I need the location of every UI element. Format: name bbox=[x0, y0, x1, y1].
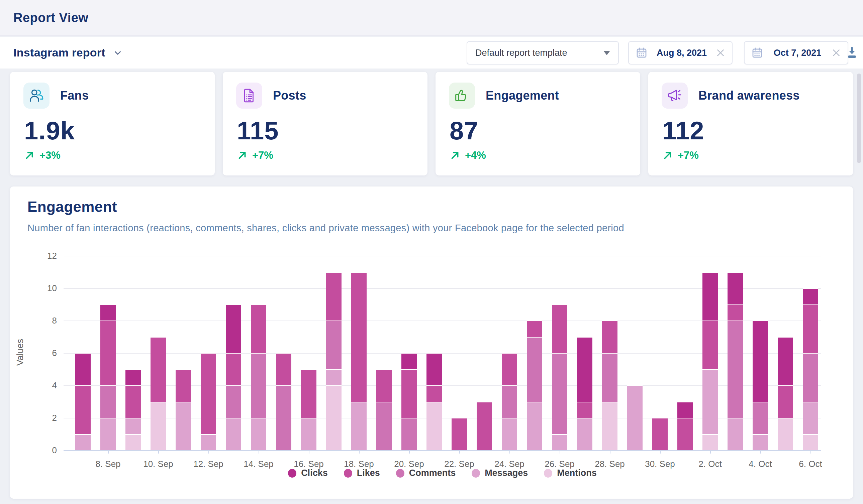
page-title: Report View bbox=[13, 11, 88, 25]
bar-segment-likes[interactable] bbox=[276, 353, 291, 385]
bar-segment-mentions[interactable] bbox=[326, 385, 341, 450]
bar-segment-comments[interactable] bbox=[502, 385, 517, 418]
bar-segment-messages[interactable] bbox=[326, 369, 341, 386]
bar-segment-clicks[interactable] bbox=[577, 337, 592, 402]
bar-segment-likes[interactable] bbox=[125, 385, 141, 418]
bar-segment-likes[interactable] bbox=[376, 369, 392, 402]
bar-segment-comments[interactable] bbox=[100, 385, 116, 418]
bar-segment-clicks[interactable] bbox=[677, 402, 693, 418]
bar-segment-likes[interactable] bbox=[401, 369, 417, 418]
bar-segment-likes[interactable] bbox=[677, 418, 693, 450]
stat-label: Fans bbox=[60, 89, 89, 103]
close-icon[interactable] bbox=[831, 48, 841, 57]
bar-segment-likes[interactable] bbox=[426, 385, 442, 402]
bar-segment-comments[interactable] bbox=[326, 321, 341, 369]
bar-segment-messages[interactable] bbox=[301, 418, 316, 450]
bar-segment-likes[interactable] bbox=[452, 418, 467, 450]
bar-segment-messages[interactable] bbox=[201, 434, 216, 451]
bar-segment-likes[interactable] bbox=[652, 418, 668, 450]
bar-segment-likes[interactable] bbox=[151, 337, 166, 402]
bar-segment-comments[interactable] bbox=[727, 321, 743, 418]
scrollbar-thumb[interactable] bbox=[857, 74, 861, 163]
bar-segment-clicks[interactable] bbox=[401, 353, 417, 369]
bar-segment-comments[interactable] bbox=[527, 337, 542, 402]
bar-segment-mentions[interactable] bbox=[426, 402, 442, 451]
bar-segment-likes[interactable] bbox=[803, 305, 818, 353]
bar-segment-comments[interactable] bbox=[226, 385, 241, 418]
bar-segment-messages[interactable] bbox=[75, 434, 91, 451]
bar-segment-messages[interactable] bbox=[577, 418, 592, 450]
report-name-dropdown[interactable]: Instagram report bbox=[13, 37, 123, 68]
bar-segment-clicks[interactable] bbox=[753, 321, 768, 402]
bar-segment-comments[interactable] bbox=[276, 385, 291, 450]
bar-segment-likes[interactable] bbox=[702, 321, 718, 369]
bar-segment-messages[interactable] bbox=[100, 418, 116, 450]
bar-segment-mentions[interactable] bbox=[151, 402, 166, 451]
bar-segment-messages[interactable] bbox=[251, 418, 266, 450]
bar-segment-messages[interactable] bbox=[125, 418, 141, 434]
bar-segment-likes[interactable] bbox=[477, 402, 492, 451]
bar-segment-mentions[interactable] bbox=[602, 402, 617, 451]
bar-segment-messages[interactable] bbox=[753, 434, 768, 451]
legend-item-comments[interactable]: Comments bbox=[396, 468, 456, 478]
bar-segment-likes[interactable] bbox=[326, 272, 341, 321]
bar-segment-clicks[interactable] bbox=[778, 337, 793, 386]
bar-segment-clicks[interactable] bbox=[125, 369, 141, 386]
bar-segment-comments[interactable] bbox=[251, 353, 266, 418]
bar-segment-likes[interactable] bbox=[351, 272, 367, 402]
bar-segment-mentions[interactable] bbox=[125, 434, 141, 451]
bar-segment-likes[interactable] bbox=[226, 353, 241, 385]
bar-segment-likes[interactable] bbox=[778, 385, 793, 418]
bar-segment-messages[interactable] bbox=[552, 434, 567, 451]
bar-segment-comments[interactable] bbox=[552, 353, 567, 434]
bar-segment-clicks[interactable] bbox=[803, 288, 818, 305]
close-icon[interactable] bbox=[716, 48, 725, 57]
bar-segment-messages[interactable] bbox=[351, 402, 367, 451]
bar-segment-likes[interactable] bbox=[75, 385, 91, 434]
bar-segment-messages[interactable] bbox=[727, 418, 743, 450]
date-start-input[interactable]: Aug 8, 2021 bbox=[628, 41, 733, 65]
legend-item-messages[interactable]: Messages bbox=[472, 468, 528, 478]
bar-segment-mentions[interactable] bbox=[778, 418, 793, 450]
bar-segment-likes[interactable] bbox=[201, 353, 216, 434]
bar-segment-messages[interactable] bbox=[527, 402, 542, 451]
bar-segment-comments[interactable] bbox=[753, 402, 768, 434]
bar-segment-clicks[interactable] bbox=[426, 353, 442, 385]
bar-segment-messages[interactable] bbox=[176, 402, 191, 451]
bar-segment-likes[interactable] bbox=[100, 321, 116, 385]
bar-segment-likes[interactable] bbox=[527, 321, 542, 337]
date-end-input[interactable]: Oct 7, 2021 bbox=[744, 41, 848, 65]
legend-item-clicks[interactable]: Clicks bbox=[288, 468, 328, 478]
bar-segment-clicks[interactable] bbox=[727, 272, 743, 305]
bar-segment-comments[interactable] bbox=[803, 353, 818, 402]
bar-segment-clicks[interactable] bbox=[702, 272, 718, 321]
bar-segment-clicks[interactable] bbox=[226, 305, 241, 353]
bar-segment-clicks[interactable] bbox=[75, 353, 91, 385]
bar-segment-messages[interactable] bbox=[502, 418, 517, 450]
legend-item-mentions[interactable]: Mentions bbox=[544, 468, 597, 478]
x-axis-tick bbox=[409, 450, 410, 454]
bar-segment-likes[interactable] bbox=[552, 305, 567, 353]
bar-segment-mentions[interactable] bbox=[702, 434, 718, 451]
calendar-icon bbox=[751, 47, 763, 59]
bar-segment-likes[interactable] bbox=[602, 321, 617, 353]
bar-segment-messages[interactable] bbox=[803, 402, 818, 434]
bar-segment-messages[interactable] bbox=[702, 369, 718, 434]
x-axis-tick bbox=[108, 450, 109, 454]
template-select[interactable]: Default report template bbox=[467, 41, 619, 65]
bar-segment-messages[interactable] bbox=[226, 418, 241, 450]
bar-segment-clicks[interactable] bbox=[100, 305, 116, 321]
bar-segment-likes[interactable] bbox=[251, 305, 266, 353]
bar-segment-messages[interactable] bbox=[627, 385, 642, 450]
bar-segment-comments[interactable] bbox=[401, 418, 417, 450]
bar-segment-mentions[interactable] bbox=[803, 434, 818, 451]
bar-segment-likes[interactable] bbox=[577, 402, 592, 418]
bar-segment-likes[interactable] bbox=[502, 353, 517, 385]
bar-segment-comments[interactable] bbox=[602, 353, 617, 402]
bar-segment-likes[interactable] bbox=[176, 369, 191, 402]
bar-segment-likes[interactable] bbox=[727, 305, 743, 321]
bar-segment-likes[interactable] bbox=[301, 369, 316, 418]
download-button[interactable] bbox=[845, 46, 859, 60]
legend-item-likes[interactable]: Likes bbox=[344, 468, 380, 478]
bar-segment-comments[interactable] bbox=[376, 402, 392, 451]
